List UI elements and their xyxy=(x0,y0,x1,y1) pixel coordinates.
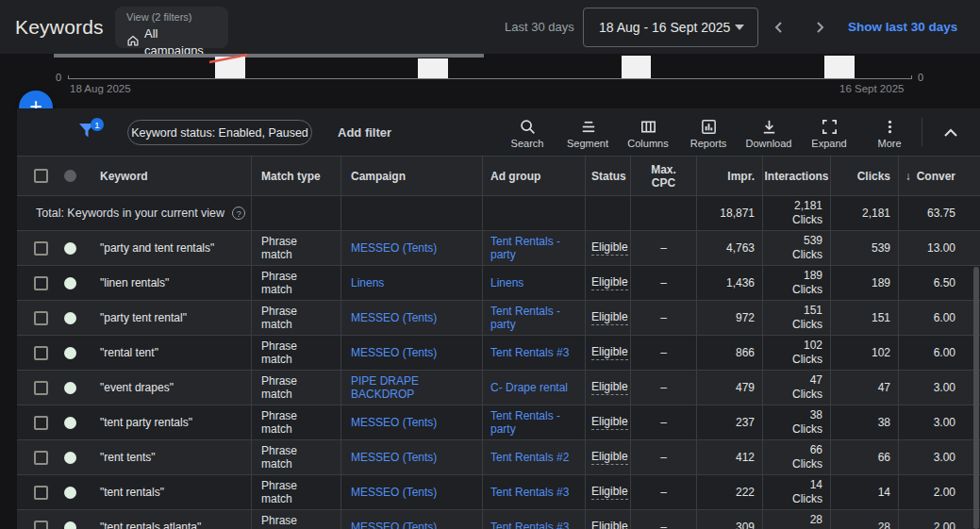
row-checkbox[interactable] xyxy=(34,416,48,430)
enabled-status-dot xyxy=(64,382,76,394)
row-checkbox[interactable] xyxy=(34,276,48,290)
interactions-unit: Clicks xyxy=(792,283,822,297)
ad-group-link[interactable]: Tent Rentals #3 xyxy=(490,486,569,499)
add-filter-button[interactable]: Add filter xyxy=(338,108,391,157)
row-checkbox[interactable] xyxy=(34,521,48,529)
expand-button[interactable]: Expand xyxy=(799,112,859,154)
search-button[interactable]: Search xyxy=(497,112,557,154)
status-badge[interactable]: Eligible xyxy=(591,240,628,256)
conversions-value: 3.00 xyxy=(898,371,980,405)
campaign-link[interactable]: PIPE DRAPE BACKDROP xyxy=(351,374,482,401)
impressions-value: 972 xyxy=(696,301,762,335)
y-axis-label-right: 0 xyxy=(918,72,923,83)
campaign-link[interactable]: Linens xyxy=(351,276,384,289)
filter-funnel-button[interactable]: 1 xyxy=(77,121,102,145)
vertical-scrollbar[interactable] xyxy=(973,267,979,529)
column-header-impr[interactable]: Impr. xyxy=(696,157,762,195)
select-all-checkbox[interactable] xyxy=(34,169,48,183)
row-checkbox[interactable] xyxy=(34,241,48,256)
status-badge[interactable]: Eligible xyxy=(591,345,628,360)
impressions-value: 237 xyxy=(696,405,762,439)
columns-button[interactable]: Columns xyxy=(618,112,678,154)
campaign-link[interactable]: MESSEO (Tents) xyxy=(351,416,437,429)
column-header-conversions[interactable]: ↓ Conver xyxy=(898,157,980,195)
impressions-value: 222 xyxy=(696,475,762,509)
table-row: "rental tent" Phrase match MESSEO (Tents… xyxy=(17,336,980,371)
max-cpc-value: – xyxy=(630,371,696,405)
impressions-value: 4,763 xyxy=(696,231,762,265)
ad-group-link[interactable]: Tent Rentals #3 xyxy=(490,521,569,529)
view-selector[interactable]: View (2 filters) All campaigns xyxy=(115,7,228,48)
more-button[interactable]: More xyxy=(859,112,920,154)
show-last-30-days-link[interactable]: Show last 30 days xyxy=(848,0,957,54)
interactions-value: 47 xyxy=(810,373,822,388)
row-checkbox[interactable] xyxy=(34,311,48,325)
reports-button[interactable]: Reports xyxy=(678,112,739,154)
column-header-max-cpc[interactable]: Max. CPC xyxy=(630,157,696,195)
status-badge[interactable]: Eligible xyxy=(591,485,628,500)
status-badge[interactable]: Eligible xyxy=(591,450,628,465)
conversions-value: 13.00 xyxy=(898,231,980,265)
chart-line-segment xyxy=(203,53,256,64)
match-type: Phrase match xyxy=(261,339,308,366)
column-header-keyword[interactable]: Keyword xyxy=(85,157,251,195)
impressions-value: 309 xyxy=(696,510,762,529)
row-checkbox[interactable] xyxy=(34,451,48,465)
total-row-label: Total: Keywords in your current view xyxy=(36,207,224,220)
campaign-link[interactable]: MESSEO (Tents) xyxy=(351,521,437,529)
column-header-status[interactable]: Status xyxy=(585,157,630,195)
column-header-interactions[interactable]: Interactions xyxy=(762,157,830,195)
max-cpc-value: – xyxy=(630,405,696,439)
ad-group-link[interactable]: Tent Rentals - party xyxy=(490,409,585,436)
previous-period-button[interactable] xyxy=(768,16,790,39)
campaign-link[interactable]: MESSEO (Tents) xyxy=(351,486,437,499)
interactions-unit: Clicks xyxy=(792,388,822,402)
conversions-value: 6.50 xyxy=(898,266,980,300)
max-cpc-value: – xyxy=(630,336,696,370)
total-interactions-value: 2,181 xyxy=(794,199,822,213)
segment-button[interactable]: Segment xyxy=(557,112,618,154)
keyword-status-filter-chip[interactable]: Keyword status: Enabled, Paused xyxy=(127,120,312,145)
download-button[interactable]: Download xyxy=(739,112,799,154)
campaign-link[interactable]: MESSEO (Tents) xyxy=(351,346,437,359)
ad-group-link[interactable]: Tent Rentals #3 xyxy=(490,346,569,359)
status-badge[interactable]: Eligible xyxy=(591,520,628,529)
date-range-picker[interactable]: 18 Aug - 16 Sept 2025 xyxy=(583,8,758,47)
column-header-match-type[interactable]: Match type xyxy=(251,157,341,195)
status-badge[interactable]: Eligible xyxy=(591,380,628,395)
column-header-clicks[interactable]: Clicks xyxy=(830,157,898,195)
next-period-button[interactable] xyxy=(808,16,831,39)
campaign-link[interactable]: MESSEO (Tents) xyxy=(351,241,437,255)
max-cpc-value: – xyxy=(630,266,696,300)
ad-group-link[interactable]: Tent Rentals - party xyxy=(490,235,585,261)
ad-group-link[interactable]: Linens xyxy=(490,276,523,289)
campaign-link[interactable]: MESSEO (Tents) xyxy=(351,451,437,464)
ad-group-link[interactable]: Tent Rentals - party xyxy=(490,305,585,331)
interactions-value: 38 xyxy=(810,408,822,422)
status-badge[interactable]: Eligible xyxy=(591,275,628,290)
interactions-value: 28 xyxy=(810,513,822,527)
help-icon[interactable]: ? xyxy=(232,207,245,220)
total-impressions: 18,871 xyxy=(696,196,762,230)
chart-scrollbar[interactable] xyxy=(54,54,484,58)
status-badge[interactable]: Eligible xyxy=(591,310,628,325)
status-badge[interactable]: Eligible xyxy=(591,415,628,430)
top-header-bar: Keywords View (2 filters) All campaigns … xyxy=(0,0,980,54)
chevron-up-icon xyxy=(943,128,958,138)
collapse-table-button[interactable] xyxy=(938,120,964,146)
max-cpc-value: – xyxy=(630,510,696,529)
column-header-ad-group[interactable]: Ad group xyxy=(482,157,585,195)
campaign-link[interactable]: MESSEO (Tents) xyxy=(351,311,437,324)
axis-end-date: 16 Sept 2025 xyxy=(839,83,904,94)
ad-group-link[interactable]: Tent Rentals #2 xyxy=(490,451,569,464)
row-checkbox[interactable] xyxy=(34,486,48,500)
interactions-value: 102 xyxy=(804,339,822,353)
row-checkbox[interactable] xyxy=(34,381,48,395)
timeline-chart-strip: 0 0 18 Aug 2025 16 Sept 2025 xyxy=(0,54,980,108)
match-type: Phrase match xyxy=(261,444,308,471)
ad-group-link[interactable]: C- Drape rental xyxy=(490,381,568,394)
date-range-value: 18 Aug - 16 Sept 2025 xyxy=(599,20,730,35)
row-checkbox[interactable] xyxy=(34,346,48,360)
column-header-campaign[interactable]: Campaign xyxy=(341,157,482,195)
segment-icon xyxy=(579,118,597,136)
